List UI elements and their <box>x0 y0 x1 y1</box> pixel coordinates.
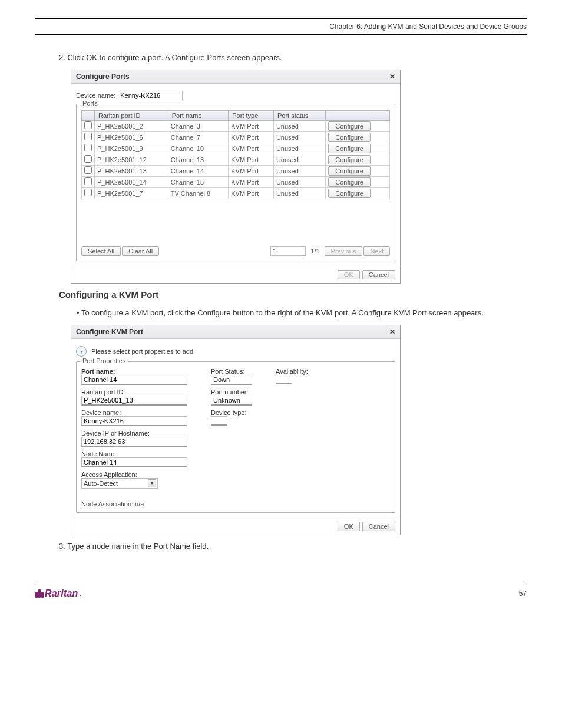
col-port-status[interactable]: Port status <box>273 110 325 120</box>
col-port-id[interactable]: Raritan port ID <box>95 110 168 120</box>
device-name-label: Device name: <box>81 409 187 416</box>
cell-port-type: KVM Port <box>229 120 274 131</box>
cell-port-name: Channel 10 <box>168 143 229 154</box>
page-number: 57 <box>519 589 527 598</box>
info-icon: i <box>76 346 87 357</box>
step-3-text: 3. Type a node name in the Port Name fie… <box>59 541 527 552</box>
row-checkbox[interactable] <box>84 155 92 163</box>
bullet-text: • To configure a KVM port, click the Con… <box>77 308 527 319</box>
device-ip-input[interactable] <box>81 437 187 447</box>
step-2-text: 2. Click OK to configure a port. A Confi… <box>59 52 527 64</box>
access-app-select[interactable]: Auto-Detect ▾ <box>81 478 158 489</box>
cell-port-id: P_HK2e5001_14 <box>95 176 168 187</box>
cell-port-id: P_HK2e5001_6 <box>95 131 168 143</box>
ok-button[interactable]: OK <box>338 522 360 531</box>
availability-label: Availability: <box>276 368 308 375</box>
device-ip-label: Device IP or Hostname: <box>81 430 187 437</box>
close-icon[interactable]: ✕ <box>389 328 395 336</box>
ports-table: Raritan port ID Port name Port type Port… <box>81 110 390 199</box>
previous-button[interactable]: Previous <box>325 246 363 256</box>
dialog-title: Configure Ports <box>76 73 130 81</box>
table-row: P_HK2e5001_6Channel 7KVM PortUnusedConfi… <box>82 131 390 143</box>
configure-button[interactable]: Configure <box>328 144 371 153</box>
port-name-input[interactable] <box>81 375 187 385</box>
cell-port-type: KVM Port <box>229 176 274 187</box>
cell-port-name: Channel 14 <box>168 165 229 176</box>
configure-button[interactable]: Configure <box>328 155 371 164</box>
cell-port-type: KVM Port <box>229 143 274 154</box>
raritan-port-id-label: Raritan port ID: <box>81 388 187 396</box>
cell-port-type: KVM Port <box>229 165 274 176</box>
port-status-label: Port Status: <box>211 368 252 375</box>
cell-port-name: Channel 15 <box>168 176 229 187</box>
close-icon[interactable]: ✕ <box>389 73 395 81</box>
cell-port-status: Unused <box>273 154 325 165</box>
row-checkbox[interactable] <box>84 133 92 140</box>
row-checkbox[interactable] <box>84 121 92 129</box>
cell-port-id: P_HK2e5001_2 <box>95 120 168 131</box>
row-checkbox[interactable] <box>84 144 92 151</box>
cell-port-id: P_HK2e5001_9 <box>95 143 168 154</box>
table-row: P_HK2e5001_7TV Channel 8KVM PortUnusedCo… <box>82 187 390 199</box>
access-app-label: Access Application: <box>81 471 187 478</box>
col-check <box>82 110 95 120</box>
cell-port-status: Unused <box>273 131 325 143</box>
device-name-input[interactable] <box>81 416 187 426</box>
cancel-button[interactable]: Cancel <box>362 522 395 531</box>
device-type-field <box>211 416 227 426</box>
ok-button[interactable]: OK <box>338 270 360 279</box>
select-all-button[interactable]: Select All <box>81 246 121 256</box>
configure-button[interactable]: Configure <box>328 166 371 176</box>
cell-port-status: Unused <box>273 143 325 154</box>
device-name-input[interactable] <box>118 91 183 100</box>
configure-ports-dialog: Configure Ports ✕ Device name: Ports Rar… <box>71 70 401 284</box>
cell-port-status: Unused <box>273 176 325 187</box>
node-name-input[interactable] <box>81 457 187 467</box>
row-checkbox[interactable] <box>84 189 92 196</box>
brand-logo: Raritan. <box>35 588 81 599</box>
cell-port-type: KVM Port <box>229 154 274 165</box>
dialog-title: Configure KVM Port <box>76 328 143 336</box>
port-status-field <box>211 375 252 385</box>
configure-button[interactable]: Configure <box>328 177 371 187</box>
section-title: Configuring a KVM Port <box>59 289 527 299</box>
node-association: Node Association: n/a <box>81 500 187 508</box>
configure-button[interactable]: Configure <box>328 189 371 198</box>
cell-port-id: P_HK2e5001_13 <box>95 165 168 176</box>
cell-port-name: Channel 7 <box>168 131 229 143</box>
port-name-label: Port name: <box>81 368 187 375</box>
port-properties-legend: Port Properties <box>80 357 128 364</box>
configure-button[interactable]: Configure <box>328 121 371 131</box>
cancel-button[interactable]: Cancel <box>362 270 395 279</box>
configure-button[interactable]: Configure <box>328 133 371 142</box>
availability-field <box>276 375 292 384</box>
cell-port-name: TV Channel 8 <box>168 187 229 199</box>
page-input[interactable] <box>270 246 306 256</box>
table-row: P_HK2e5001_2Channel 3KVM PortUnusedConfi… <box>82 120 390 131</box>
table-row: P_HK2e5001_9Channel 10KVM PortUnusedConf… <box>82 143 390 154</box>
cell-port-id: P_HK2e5001_12 <box>95 154 168 165</box>
cell-port-name: Channel 13 <box>168 154 229 165</box>
device-type-label: Device type: <box>211 409 252 416</box>
raritan-port-id-input[interactable] <box>81 396 187 406</box>
info-text: Please select port properties to add. <box>91 348 195 355</box>
configure-kvm-port-dialog: Configure KVM Port ✕ i Please select por… <box>71 325 401 535</box>
table-row: P_HK2e5001_12Channel 13KVM PortUnusedCon… <box>82 154 390 165</box>
chapter-title: Chapter 6: Adding KVM and Serial Devices… <box>329 22 527 31</box>
cell-port-type: KVM Port <box>229 131 274 143</box>
cell-port-status: Unused <box>273 120 325 131</box>
cell-port-status: Unused <box>273 165 325 176</box>
chevron-down-icon: ▾ <box>148 479 156 487</box>
page-count: 1/1 <box>310 248 319 255</box>
row-checkbox[interactable] <box>84 166 92 174</box>
clear-all-button[interactable]: Clear All <box>122 246 159 256</box>
node-name-label: Node Name: <box>81 450 187 457</box>
cell-port-type: KVM Port <box>229 187 274 199</box>
brand-icon <box>35 589 44 598</box>
col-port-type[interactable]: Port type <box>229 110 274 120</box>
ports-legend: Ports <box>80 100 100 107</box>
col-port-name[interactable]: Port name <box>168 110 229 120</box>
next-button[interactable]: Next <box>363 246 390 256</box>
row-checkbox[interactable] <box>84 177 92 185</box>
cell-port-name: Channel 3 <box>168 120 229 131</box>
